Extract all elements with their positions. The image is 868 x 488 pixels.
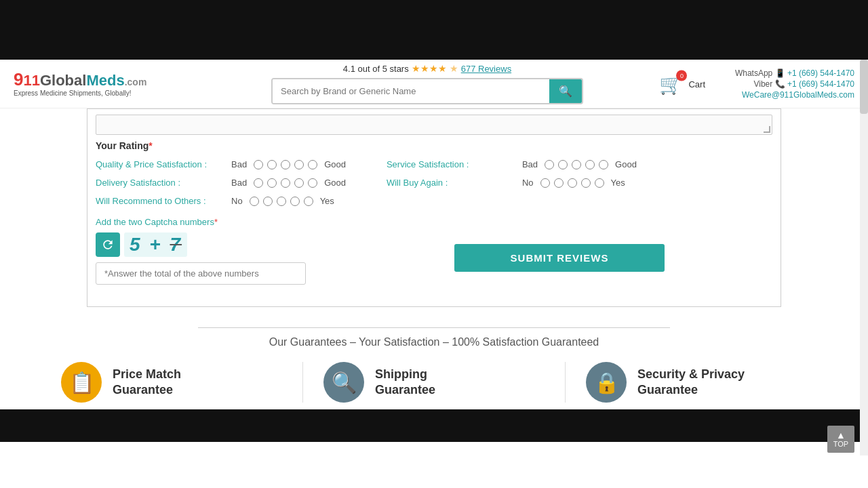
will-buy-radio-4[interactable] xyxy=(581,178,591,188)
review-textarea-wrapper xyxy=(96,115,772,135)
rating-heading-text: Your Rating xyxy=(96,140,149,151)
recommend-radio-3[interactable] xyxy=(277,197,286,206)
rating-section-heading: Your Rating* xyxy=(96,140,772,151)
service-radio-2[interactable] xyxy=(558,160,568,169)
quality-radio-4[interactable] xyxy=(294,160,304,169)
security-label: Security & PrivacyGuarantee xyxy=(637,367,745,399)
logo-eleven: 11 xyxy=(23,72,39,89)
quality-radio-3[interactable] xyxy=(281,160,290,169)
submit-section: SUBMIT REVIEWS xyxy=(347,244,772,272)
will-buy-label: Will Buy Again : xyxy=(387,178,522,188)
top-arrow-icon: ▲ xyxy=(836,430,846,440)
captcha-section: Add the two Captcha numbers* 5 + 7 xyxy=(96,217,306,285)
will-buy-radio-3[interactable] xyxy=(568,178,577,188)
delivery-radio-3[interactable] xyxy=(281,178,290,188)
quality-radio-5[interactable] xyxy=(308,160,317,169)
service-radio-1[interactable] xyxy=(545,160,554,169)
logo[interactable]: 911GlobalMeds.com xyxy=(14,70,146,88)
rating-row-1: Quality & Price Satisfaction : Bad Good xyxy=(96,159,772,169)
recommend-radios: No Yes xyxy=(231,196,334,206)
top-black-bar xyxy=(0,0,868,60)
email-info: WeCare@911GlobalMeds.com xyxy=(742,90,854,100)
delivery-radio-group xyxy=(254,178,317,188)
captcha-num2: 7 xyxy=(170,234,182,255)
bottom-black-bar xyxy=(0,409,868,442)
delivery-radio-5[interactable] xyxy=(308,178,317,188)
captcha-refresh-button[interactable] xyxy=(96,232,120,257)
guarantees-grid: 📋 Price MatchGuarantee 🔍 ShippingGuarant… xyxy=(41,362,827,403)
recommend-radio-4[interactable] xyxy=(290,197,300,206)
will-buy-radio-5[interactable] xyxy=(595,178,604,188)
email-link[interactable]: WeCare@911GlobalMeds.com xyxy=(742,90,854,100)
delivery-row: Delivery Satisfaction : Bad Good xyxy=(96,178,346,188)
top-button[interactable]: ▲ TOP xyxy=(827,426,854,453)
search-input[interactable] xyxy=(273,79,549,103)
cart-icon-wrap: 🛒 0 xyxy=(659,73,683,95)
will-buy-radio-2[interactable] xyxy=(554,178,564,188)
quality-radio-group xyxy=(254,160,317,169)
viber-label: Viber 📞 xyxy=(753,79,787,89)
recommend-radio-1[interactable] xyxy=(250,197,259,206)
quality-price-label: Quality & Price Satisfaction : xyxy=(96,159,231,169)
logo-meds: Meds xyxy=(86,72,124,89)
delivery-good-label: Good xyxy=(324,178,346,188)
recommend-label: Will Recommend to Others : xyxy=(96,196,231,206)
guarantees-divider xyxy=(198,327,670,328)
delivery-radio-2[interactable] xyxy=(267,178,277,188)
delivery-radio-1[interactable] xyxy=(254,178,263,188)
captcha-numbers: 5 + 7 xyxy=(124,232,187,257)
delivery-radio-4[interactable] xyxy=(294,178,304,188)
service-radio-5[interactable] xyxy=(599,160,608,169)
captcha-label: Add the two Captcha numbers* xyxy=(96,217,306,227)
shipping-label: ShippingGuarantee xyxy=(375,367,435,399)
quality-bad-label: Bad xyxy=(231,159,247,169)
submit-reviews-button[interactable]: SUBMIT REVIEWS xyxy=(454,244,665,272)
guarantees-section: Our Guarantees – Your Satisfaction – 100… xyxy=(0,314,868,409)
header-contact: WhatsApp 📱 +1 (669) 544-1470 Viber 📞 +1 … xyxy=(705,68,854,100)
top-label: TOP xyxy=(833,440,848,448)
rating-grid: Quality & Price Satisfaction : Bad Good xyxy=(96,159,772,206)
quality-radio-2[interactable] xyxy=(267,160,277,169)
recommend-radio-group xyxy=(250,197,313,206)
service-radio-group xyxy=(545,160,608,169)
service-radio-3[interactable] xyxy=(572,160,581,169)
quality-price-row: Quality & Price Satisfaction : Bad Good xyxy=(96,159,346,169)
scrollbar-thumb[interactable] xyxy=(860,60,868,114)
captcha-label-text: Add the two Captcha numbers xyxy=(96,217,214,227)
recommend-radio-2[interactable] xyxy=(263,197,273,206)
recommend-row: Will Recommend to Others : No Yes xyxy=(96,196,334,206)
service-radios: Bad Good xyxy=(522,159,637,169)
cart-area[interactable]: 🛒 0 Cart xyxy=(659,73,705,95)
guarantee-shipping: 🔍 ShippingGuarantee xyxy=(303,362,566,403)
guarantee-price-match: 📋 Price MatchGuarantee xyxy=(41,362,303,403)
captcha-display: 5 + 7 xyxy=(96,232,306,257)
delivery-bad-label: Bad xyxy=(231,178,247,188)
scrollbar[interactable] xyxy=(860,60,868,455)
whatsapp-info: WhatsApp 📱 +1 (669) 544-1470 xyxy=(735,68,854,78)
viber-info: Viber 📞 +1 (669) 544-1470 xyxy=(753,79,854,89)
viber-number[interactable]: +1 (669) 544-1470 xyxy=(787,79,854,89)
quality-price-radios: Bad Good xyxy=(231,159,346,169)
reviews-link[interactable]: 677 Reviews xyxy=(461,64,511,74)
whatsapp-number[interactable]: +1 (669) 544-1470 xyxy=(787,68,854,78)
cart-badge: 0 xyxy=(676,70,687,81)
captcha-num1: 5 xyxy=(130,234,142,255)
review-textarea[interactable] xyxy=(96,115,772,135)
search-bar: 🔍 xyxy=(271,78,583,104)
price-match-label: Price MatchGuarantee xyxy=(113,367,181,399)
service-radio-4[interactable] xyxy=(585,160,595,169)
search-button[interactable]: 🔍 xyxy=(549,79,582,103)
will-buy-radios: No Yes xyxy=(522,178,625,188)
captcha-answer-input[interactable] xyxy=(96,262,306,285)
captcha-submit-row: Add the two Captcha numbers* 5 + 7 xyxy=(96,217,772,296)
service-label: Service Satisfaction : xyxy=(387,159,522,169)
quality-radio-1[interactable] xyxy=(254,160,263,169)
logo-com: .com xyxy=(125,77,147,87)
header-center: 4.1 out of 5 stars ★★★★★ 677 Reviews 🔍 xyxy=(149,63,705,104)
recommend-radio-5[interactable] xyxy=(304,197,313,206)
service-bad-label: Bad xyxy=(522,159,538,169)
refresh-icon xyxy=(101,238,115,251)
guarantees-title: Our Guarantees – Your Satisfaction – 100… xyxy=(41,336,827,348)
will-buy-radio-1[interactable] xyxy=(540,178,550,188)
header: 911GlobalMeds.com Express Medicine Shipm… xyxy=(0,60,868,108)
